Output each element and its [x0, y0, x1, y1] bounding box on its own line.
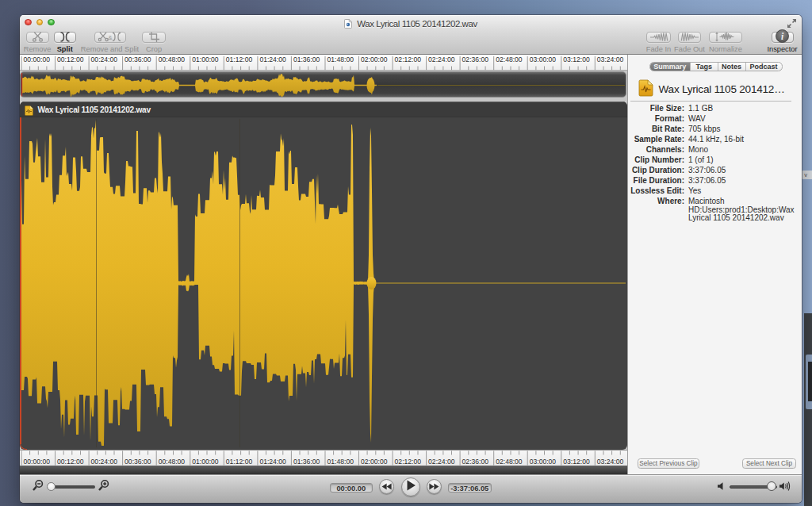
svg-text:03:24:00: 03:24:00: [597, 458, 624, 466]
svg-text:01:24:00: 01:24:00: [259, 458, 286, 466]
svg-text:01:12:00: 01:12:00: [226, 458, 253, 466]
svg-text:&: &: [108, 33, 112, 40]
svg-text:01:24:00: 01:24:00: [259, 56, 286, 63]
svg-text:02:48:00: 02:48:00: [496, 458, 523, 466]
svg-text:01:00:00: 01:00:00: [192, 56, 219, 63]
svg-text:00:24:00: 00:24:00: [91, 56, 118, 63]
svg-text:02:00:00: 02:00:00: [361, 56, 388, 63]
svg-text:00:00:00: 00:00:00: [24, 458, 51, 466]
svg-text:00:12:00: 00:12:00: [57, 458, 84, 466]
svg-text:02:24:00: 02:24:00: [428, 56, 455, 63]
svg-text:03:00:00: 03:00:00: [530, 56, 557, 63]
svg-text:02:12:00: 02:12:00: [395, 56, 422, 63]
svg-text:03:24:00: 03:24:00: [597, 56, 624, 63]
svg-text:00:48:00: 00:48:00: [159, 56, 186, 63]
svg-text:01:00:00: 01:00:00: [192, 458, 219, 466]
svg-text:02:48:00: 02:48:00: [496, 56, 523, 63]
svg-text:01:12:00: 01:12:00: [226, 56, 253, 63]
svg-text:00:24:00: 00:24:00: [91, 458, 118, 466]
svg-text:03:12:00: 03:12:00: [563, 458, 590, 466]
svg-text:01:36:00: 01:36:00: [293, 56, 320, 63]
svg-text:03:00:00: 03:00:00: [530, 458, 557, 466]
svg-text:02:00:00: 02:00:00: [361, 458, 388, 466]
svg-text:02:24:00: 02:24:00: [428, 458, 455, 466]
svg-text:01:48:00: 01:48:00: [327, 458, 354, 466]
svg-text:00:12:00: 00:12:00: [57, 56, 84, 63]
svg-text:00:36:00: 00:36:00: [124, 458, 151, 466]
svg-text:01:48:00: 01:48:00: [327, 56, 354, 63]
svg-text:02:12:00: 02:12:00: [395, 458, 422, 466]
svg-text:00:36:00: 00:36:00: [124, 56, 151, 63]
svg-text:00:48:00: 00:48:00: [159, 458, 186, 466]
svg-text:02:36:00: 02:36:00: [462, 56, 489, 63]
svg-text:01:36:00: 01:36:00: [293, 458, 320, 466]
svg-text:00:00:00: 00:00:00: [24, 56, 51, 63]
svg-text:03:12:00: 03:12:00: [563, 56, 590, 63]
svg-text:02:36:00: 02:36:00: [462, 458, 489, 466]
